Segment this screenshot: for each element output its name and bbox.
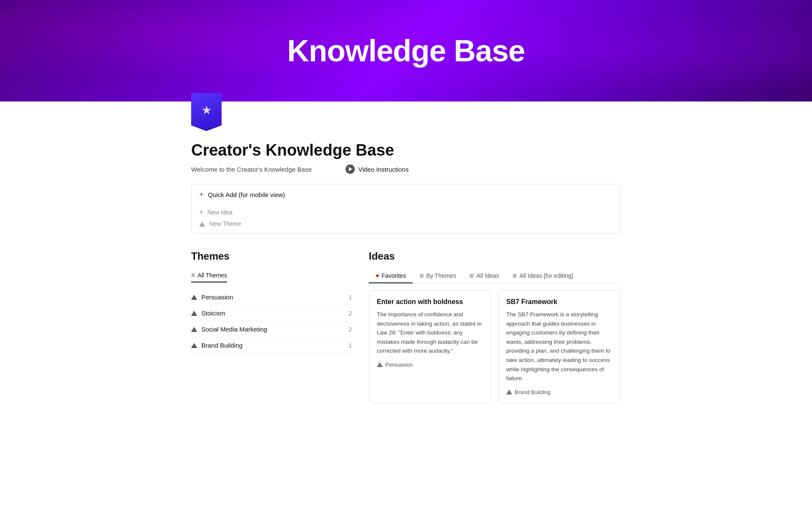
themes-section: Themes ≡ All Themes Persuasion 1 Stoicis… (191, 250, 352, 354)
page-title: Creator's Knowledge Base (191, 141, 621, 159)
tag-triangle-icon (506, 389, 512, 395)
theme-triangle-icon (191, 295, 197, 300)
new-theme-label: New Theme (209, 220, 241, 227)
tag-triangle-icon (377, 362, 383, 367)
theme-row-left: Persuasion (191, 293, 233, 301)
theme-list: Persuasion 1 Stoicism 2 Social Media Mar… (191, 289, 352, 354)
new-idea-plus-icon: + (199, 208, 203, 216)
header-title: Knowledge Base (287, 33, 525, 68)
tab-label: All Ideas [for editing] (519, 272, 573, 279)
theme-row[interactable]: Brand Building 1 (191, 337, 352, 354)
theme-triangle-icon (191, 343, 197, 348)
ideas-section-title: Ideas (369, 250, 621, 262)
new-idea-item[interactable]: + New Idea (199, 208, 613, 216)
all-themes-tab[interactable]: ≡ All Themes (191, 269, 227, 282)
idea-card-tag: Brand Building (506, 389, 613, 395)
tab-by-themes[interactable]: ⊞By Themes (413, 269, 463, 283)
video-instructions-button[interactable]: Video Instructions (346, 164, 409, 174)
tab-favorites[interactable]: ♥Favorites (369, 269, 413, 283)
theme-count: 2 (348, 310, 352, 317)
idea-cards: Enter action with boldness The importanc… (369, 290, 621, 403)
video-instructions-label: Video Instructions (358, 166, 409, 173)
quick-add-label: Quick Add (for mobile view) (208, 191, 285, 198)
idea-card-body: The importance of confidence and decisiv… (377, 310, 483, 356)
grid-icon: ⊞ (513, 273, 517, 279)
play-icon (346, 164, 355, 174)
idea-card[interactable]: Enter action with boldness The importanc… (369, 290, 491, 403)
new-idea-label: New Idea (207, 209, 232, 216)
theme-count: 1 (348, 294, 352, 301)
quick-add-box: + Quick Add (for mobile view) + New Idea… (191, 184, 621, 233)
theme-triangle-icon (191, 327, 197, 332)
tab-label: All Ideas (476, 272, 499, 279)
tab-label: Favorites (381, 272, 406, 279)
list-icon: ≡ (191, 271, 195, 279)
themes-section-title: Themes (191, 250, 352, 262)
tab-all-ideas-editing[interactable]: ⊞All Ideas [for editing] (506, 269, 580, 283)
welcome-row: Welcome to the Creator's Knowledge Base … (191, 164, 621, 174)
idea-card[interactable]: SB7 Framework The SB7 Framework is a sto… (498, 290, 621, 403)
ideas-section: Ideas ♥Favorites⊞By Themes⊞All Ideas⊞All… (369, 250, 621, 403)
grid-icon: ⊞ (469, 273, 474, 279)
bottom-row: Themes ≡ All Themes Persuasion 1 Stoicis… (191, 250, 621, 403)
theme-row-left: Social Media Marketing (191, 326, 267, 333)
quick-add-header[interactable]: + Quick Add (for mobile view) (192, 184, 620, 205)
tag-label: Brand Building (515, 389, 551, 395)
tab-label: By Themes (426, 272, 456, 279)
ideas-tab-bar: ♥Favorites⊞By Themes⊞All Ideas⊞All Ideas… (369, 269, 621, 283)
new-theme-triangle-icon (199, 221, 205, 227)
theme-row[interactable]: Persuasion 1 (191, 289, 352, 305)
tag-label: Persuasion (385, 362, 413, 368)
bookmark-icon: ★ (191, 93, 222, 131)
theme-name: Social Media Marketing (201, 326, 267, 333)
idea-card-body: The SB7 Framework is a storytelling appr… (506, 310, 613, 383)
plus-icon: + (199, 190, 204, 199)
welcome-text: Welcome to the Creator's Knowledge Base (191, 166, 312, 173)
theme-name: Persuasion (201, 293, 233, 301)
header-banner: Knowledge Base (0, 0, 812, 101)
theme-row[interactable]: Social Media Marketing 2 (191, 321, 352, 337)
theme-row[interactable]: Stoicism 2 (191, 305, 352, 321)
themes-tab-bar: ≡ All Themes (191, 269, 352, 282)
star-icon: ★ (201, 103, 212, 117)
grid-icon: ⊞ (420, 273, 424, 279)
idea-card-tag: Persuasion (377, 362, 483, 368)
theme-count: 2 (348, 326, 352, 333)
theme-row-left: Brand Building (191, 342, 243, 349)
tab-all-ideas[interactable]: ⊞All Ideas (463, 269, 506, 283)
quick-add-items: + New Idea New Theme (192, 205, 620, 233)
theme-name: Stoicism (201, 310, 225, 317)
theme-row-left: Stoicism (191, 310, 225, 317)
heart-icon: ♥ (376, 272, 379, 279)
theme-triangle-icon (191, 311, 197, 316)
idea-card-title: SB7 Framework (506, 298, 613, 306)
idea-card-title: Enter action with boldness (377, 298, 483, 306)
theme-count: 1 (348, 342, 352, 349)
theme-name: Brand Building (201, 342, 243, 349)
new-theme-item[interactable]: New Theme (199, 220, 613, 227)
all-themes-tab-label: All Themes (198, 272, 227, 279)
